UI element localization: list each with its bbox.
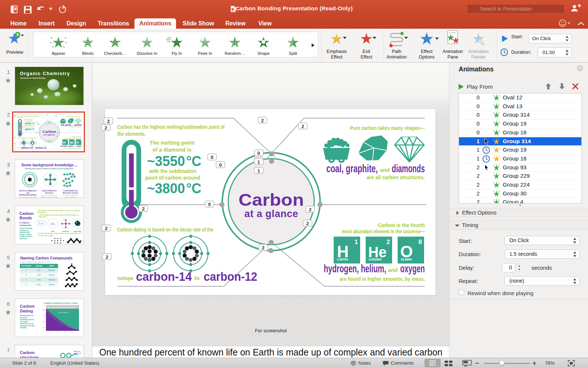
- svg-text:1: 1: [50, 332, 50, 333]
- svg-text:50: 50: [43, 321, 44, 322]
- svg-text:dots: dots: [51, 230, 55, 232]
- svg-text:3: 3: [64, 332, 65, 333]
- svg-text:these huge combo!: these huge combo!: [39, 235, 54, 237]
- svg-text:carbon rings: carbon rings: [74, 352, 81, 354]
- svg-text:25: 25: [43, 327, 44, 328]
- svg-text:• In other illustrated, carbon: • In other illustrated, carbon forms bon…: [37, 233, 81, 234]
- svg-text:space filling: space filling: [74, 230, 81, 232]
- svg-text:AMOUNT OF CARBON-14 REMAINING: AMOUNT OF CARBON-14 REMAINING: [48, 307, 75, 308]
- svg-text:C—H: C—H: [39, 222, 43, 224]
- svg-text:2: 2: [57, 332, 58, 333]
- svg-text:CH₄: CH₄: [50, 223, 55, 225]
- svg-text:NITROGEN-14: NITROGEN-14: [58, 312, 69, 314]
- svg-text:4: 4: [72, 332, 72, 333]
- svg-text:stick/lines: stick/lines: [62, 230, 70, 232]
- svg-text:100: 100: [42, 309, 44, 311]
- svg-text:75: 75: [43, 315, 44, 316]
